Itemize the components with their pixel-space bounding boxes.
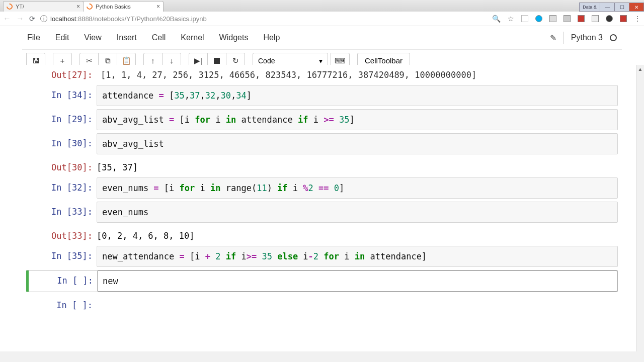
tab-close-icon[interactable]: × <box>76 3 80 10</box>
menu-edit[interactable]: Edit <box>55 33 69 42</box>
reload-icon[interactable]: ⟳ <box>29 15 35 23</box>
output-text: [0, 2, 4, 6, 8, 10] <box>97 226 618 243</box>
stop-icon <box>214 58 220 64</box>
site-info-icon[interactable]: i <box>40 15 47 22</box>
tab-close-icon[interactable]: × <box>156 3 160 10</box>
edit-mode-icon[interactable]: ✎ <box>550 33 556 43</box>
cell-type-value: Code <box>258 57 275 65</box>
chevron-down-icon: ▾ <box>319 57 323 65</box>
jupyter-favicon <box>6 3 14 11</box>
menu-file[interactable]: File <box>27 33 40 42</box>
extension-icon[interactable] <box>564 15 571 22</box>
extension-icon[interactable] <box>592 15 599 22</box>
extension-icon[interactable] <box>549 15 556 22</box>
menu-help[interactable]: Help <box>263 33 280 42</box>
output-prompt: Out[27]: <box>26 65 97 82</box>
bookmark-star-icon[interactable]: ☆ <box>508 15 514 23</box>
window-minimize-button[interactable]: — <box>600 3 615 12</box>
tab-title: Python Basics <box>96 4 131 10</box>
menu-view[interactable]: View <box>84 33 101 42</box>
output-prompt: Out[30]: <box>26 157 97 174</box>
browser-tab-1[interactable]: Python Basics × <box>83 1 164 12</box>
kernel-idle-icon <box>610 34 617 41</box>
zoom-icon[interactable]: 🔍 <box>492 15 501 23</box>
menu-insert[interactable]: Insert <box>117 33 137 42</box>
url-text: localhost:8888/notebooks/YT/Python%20Bas… <box>50 15 207 23</box>
menu-widgets[interactable]: Widgets <box>219 33 249 42</box>
output-text: [35, 37] <box>97 157 618 174</box>
tab-title: YT/ <box>16 4 24 10</box>
window-maximize-button[interactable]: ☐ <box>614 3 629 12</box>
skype-extension-icon[interactable] <box>535 15 542 22</box>
vertical-scrollbar[interactable]: ▲ <box>636 65 644 351</box>
nav-forward-icon[interactable]: → <box>16 14 24 23</box>
code-cell[interactable]: abv_avg_list <box>97 133 618 154</box>
extension-icon[interactable] <box>578 15 585 22</box>
input-prompt: In [30]: <box>26 133 97 154</box>
extension-icon[interactable] <box>606 15 613 22</box>
notebook-cells: Out[27]: [1, 1, 4, 27, 256, 3125, 46656,… <box>22 65 622 312</box>
menu-kernel[interactable]: Kernel <box>181 33 204 42</box>
input-prompt: In [ ]: <box>26 300 97 312</box>
kernel-name[interactable]: Python 3 <box>571 33 603 42</box>
input-prompt: In [ ]: <box>27 270 97 292</box>
window-close-button[interactable]: ✕ <box>629 3 644 12</box>
url-field[interactable]: i localhost:8888/notebooks/YT/Python%20B… <box>40 15 487 23</box>
code-cell[interactable]: attendance = [35,37,32,30,34] <box>97 85 618 106</box>
code-cell[interactable]: abv_avg_list = [i for i in attendance if… <box>97 109 618 130</box>
browser-tab-0[interactable]: YT/ × <box>3 1 84 12</box>
jupyter-favicon <box>86 3 94 11</box>
browser-address-bar: ← → ⟳ i localhost:8888/notebooks/YT/Pyth… <box>0 12 644 26</box>
output-prompt: Out[33]: <box>26 226 97 243</box>
window-data-button[interactable]: Data & <box>579 3 600 12</box>
notebook-menubar: File Edit View Insert Cell Kernel Widget… <box>22 26 622 50</box>
input-prompt: In [35]: <box>26 246 97 267</box>
input-prompt: In [33]: <box>26 202 97 223</box>
window-controls: Data & — ☐ ✕ <box>580 3 644 12</box>
browser-titlebar: YT/ × Python Basics × Data & — ☐ ✕ <box>0 0 644 12</box>
address-bar-icons: 🔍 ☆ ⋮ <box>492 15 641 23</box>
menu-cell[interactable]: Cell <box>152 33 166 42</box>
input-prompt: In [34]: <box>26 85 97 106</box>
extension-icon[interactable] <box>521 15 528 22</box>
code-cell-active[interactable]: new <box>97 270 617 292</box>
nav-back-icon[interactable]: ← <box>3 14 11 23</box>
browser-tabbar: YT/ × Python Basics × <box>0 0 163 12</box>
output-text: [1, 1, 4, 27, 256, 3125, 46656, 823543, … <box>97 65 618 82</box>
kernel-indicator: ✎ Python 3 <box>550 32 617 44</box>
scroll-up-icon[interactable]: ▲ <box>636 65 644 73</box>
input-prompt: In [29]: <box>26 109 97 130</box>
input-prompt: In [32]: <box>26 177 97 199</box>
extension-icon[interactable] <box>620 15 627 22</box>
code-cell[interactable]: even_nums = [i for i in range(11) if i %… <box>97 177 618 199</box>
code-cell[interactable]: even_nums <box>97 202 618 223</box>
code-cell[interactable]: new_attendance = [i + 2 if i>= 35 else i… <box>97 246 618 267</box>
divider <box>564 32 564 44</box>
chrome-menu-icon[interactable]: ⋮ <box>634 15 641 23</box>
